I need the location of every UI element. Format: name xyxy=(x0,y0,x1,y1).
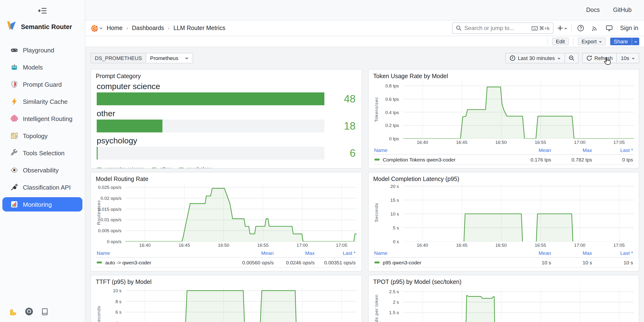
legend-header-col[interactable]: Last * xyxy=(592,147,633,153)
map-icon xyxy=(10,132,18,140)
share-menu-button[interactable] xyxy=(632,38,639,45)
legend-item[interactable]: psychology xyxy=(178,166,212,168)
refresh-interval-select[interactable]: 10s xyxy=(616,53,639,63)
add-button[interactable] xyxy=(557,23,567,33)
bar-gauge-row: psychology6 xyxy=(97,136,356,160)
export-button[interactable]: Export xyxy=(578,38,606,45)
breadcrumb-current: LLM Router Metrics xyxy=(174,25,225,32)
sidebar-item-topology[interactable]: Topology xyxy=(2,128,82,143)
grafana-logo-icon[interactable] xyxy=(91,24,103,32)
legend-last-value: 0.00351 ops/s xyxy=(314,260,356,265)
sidebar-item-label: Tools Selection xyxy=(23,149,64,156)
panel-title[interactable]: Prompt Category xyxy=(96,73,356,80)
panel-title[interactable]: TPOT (p95) by Model (sec/token) xyxy=(373,279,634,285)
legend-last-value: 10 s xyxy=(592,260,633,265)
y-tick-label: 1.5 s xyxy=(389,310,399,315)
plot-area[interactable] xyxy=(125,184,356,242)
docs-link[interactable]: Docs xyxy=(586,7,600,13)
y-tick-label: 5 s xyxy=(393,225,399,230)
github-icon[interactable] xyxy=(25,308,33,315)
dashboard-controls: DS_PROMETHEUS Prometheus Last 30 minutes xyxy=(90,53,639,63)
sidebar-item-observability[interactable]: Observability xyxy=(2,163,82,177)
legend-header-col[interactable]: Max xyxy=(551,147,592,153)
breadcrumb-dashboards[interactable]: Dashboards xyxy=(132,25,164,32)
share-button[interactable]: Share xyxy=(610,38,639,45)
legend-header-col[interactable]: Mean xyxy=(233,250,274,256)
sign-in-button[interactable]: Sign in xyxy=(620,25,638,32)
book-icon[interactable] xyxy=(41,308,48,315)
panel-title[interactable]: Model Routing Rate xyxy=(96,176,356,182)
legend-header-col[interactable]: Mean xyxy=(510,250,551,256)
legend-series-name[interactable]: p95 qwen3-coder xyxy=(374,260,510,265)
sidebar-item-playground[interactable]: Playground xyxy=(2,43,82,57)
y-tick-label: 0.8 tps xyxy=(385,83,399,88)
moon-icon[interactable] xyxy=(10,308,17,315)
x-tick-label: 16:45 xyxy=(456,140,468,145)
datasource-select[interactable]: Prometheus xyxy=(146,53,193,63)
plot-area[interactable] xyxy=(403,80,634,138)
plot-area[interactable] xyxy=(403,286,634,322)
legend-header-col[interactable]: Max xyxy=(551,250,592,256)
legend-header-col[interactable]: Last * xyxy=(592,250,633,256)
x-tick-label: 16:40 xyxy=(417,242,428,248)
legend-table: NameMeanMaxLast *Completion Tokens qwen3… xyxy=(373,147,634,165)
y-tick-label: 0.2 tps xyxy=(385,123,399,128)
legend-header-col[interactable]: Max xyxy=(274,250,314,256)
chevron-down-icon xyxy=(632,56,635,60)
legend-header-name[interactable]: Name xyxy=(97,250,233,256)
sidebar-item-similarity-cache[interactable]: Similarity Cache xyxy=(2,94,82,108)
brand[interactable]: Semantic Router xyxy=(0,17,85,39)
breadcrumb-home[interactable]: Home xyxy=(107,25,123,32)
y-tick-label: 0 ops/s xyxy=(107,239,122,244)
refresh-button[interactable]: Refresh xyxy=(582,53,616,63)
sidebar-item-prompt-guard[interactable]: Prompt Guard xyxy=(2,77,82,92)
bar-category-label: other xyxy=(97,108,356,118)
zoom-out-button[interactable] xyxy=(564,53,578,63)
routing-rate-chart: Routes/sec0 ops/s0.005 ops/s0.01 ops/s0.… xyxy=(96,184,356,268)
legend-item[interactable]: other xyxy=(152,166,171,168)
semantic-router-logo-icon xyxy=(6,21,17,32)
y-tick-label: 8 s xyxy=(116,299,122,304)
sidebar-item-models[interactable]: Models xyxy=(2,60,82,74)
plot-area[interactable] xyxy=(403,184,634,242)
sidebar-item-monitoring[interactable]: Monitoring xyxy=(2,197,82,212)
sidebar-item-classification-api[interactable]: Classification API xyxy=(2,180,82,194)
news-icon[interactable] xyxy=(590,23,600,33)
github-link[interactable]: GitHub xyxy=(613,7,632,13)
panel-title[interactable]: Model Completion Latency (p95) xyxy=(373,176,634,182)
y-tick-label: 0.025 ops/s xyxy=(98,184,122,190)
legend-table: NameMeanMaxLast *p95 qwen3-coder10 s10 s… xyxy=(373,250,634,268)
robot-icon xyxy=(10,63,18,71)
y-tick-label: 2 s xyxy=(393,300,399,305)
sidebar-collapse-icon[interactable] xyxy=(37,7,48,14)
ttft-chart: Seconds0 s2 s4 s6 s8 s10 s16:4016:4516:5… xyxy=(96,286,356,322)
legend-header-name[interactable]: Name xyxy=(374,250,510,256)
help-icon[interactable] xyxy=(576,23,586,33)
monitor-icon[interactable] xyxy=(604,23,614,33)
y-axis-title: Seconds xyxy=(96,286,102,322)
panel-title[interactable]: TTFT (p95) by Model xyxy=(96,279,356,285)
legend-swatch-icon xyxy=(97,168,102,168)
plot-area[interactable] xyxy=(125,286,356,322)
sidebar-item-intelligent-routing[interactable]: Intelligent Routing xyxy=(2,112,82,126)
edit-button[interactable]: Edit xyxy=(552,38,569,45)
plug-icon xyxy=(10,184,18,191)
time-range-picker[interactable]: Last 30 minutes xyxy=(506,53,564,63)
y-axis-ticks: 0.5 s1 s1.5 s2 s2.5 s xyxy=(379,286,403,322)
legend-header-col[interactable]: Last * xyxy=(314,250,356,256)
bar-category-label: computer science xyxy=(97,82,356,92)
legend-table-header: NameMeanMaxLast * xyxy=(373,250,634,258)
legend-series-name[interactable]: Completion Tokens qwen3-coder xyxy=(374,157,510,162)
shield-icon xyxy=(10,80,18,88)
sidebar-item-tools-selection[interactable]: Tools Selection xyxy=(2,146,82,160)
x-axis-ticks: 16:4016:4516:5016:5517:0017:05 xyxy=(403,138,634,146)
legend-header-name[interactable]: Name xyxy=(374,147,510,153)
legend-header-col[interactable]: Mean xyxy=(510,147,551,153)
brain-icon xyxy=(10,115,18,122)
search-input[interactable]: Search or jump to... ⌘+k xyxy=(452,22,554,34)
panel-title[interactable]: Token Usage Rate by Model xyxy=(373,73,634,80)
sidebar-item-label: Similarity Cache xyxy=(23,98,68,105)
legend-series-name[interactable]: auto -> qwen3-coder xyxy=(97,260,233,265)
legend-item[interactable]: computer science xyxy=(97,166,144,168)
sidebar-item-label: Topology xyxy=(23,132,48,139)
